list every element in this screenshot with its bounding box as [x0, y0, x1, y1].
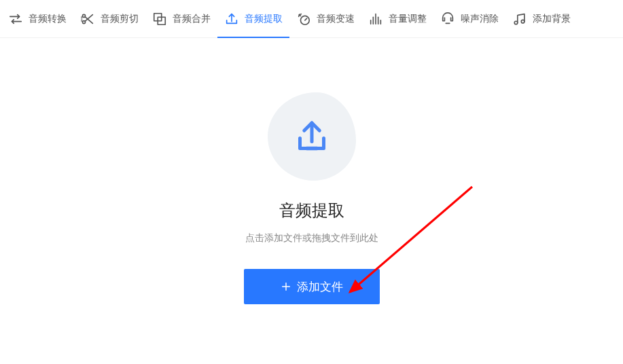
- upload-icon: [291, 116, 332, 157]
- speed-icon: [296, 12, 311, 26]
- tab-label: 音频变速: [317, 13, 355, 25]
- convert-icon: [8, 12, 23, 26]
- tab-label: 音频剪切: [101, 13, 139, 25]
- plus-icon: [281, 281, 291, 292]
- tab-label: 噪声消除: [461, 13, 499, 25]
- tab-noise-remove[interactable]: 噪声消除: [433, 0, 505, 38]
- upload-illustration: [268, 92, 356, 181]
- tab-audio-speed[interactable]: 音频变速: [289, 0, 361, 38]
- extract-icon: [224, 12, 239, 26]
- dropzone-desc: 点击添加文件或拖拽文件到此处: [245, 232, 378, 244]
- tab-volume-adjust[interactable]: 音量调整: [361, 0, 433, 38]
- noise-icon: [440, 12, 455, 26]
- dropzone-title: 音频提取: [279, 200, 344, 221]
- tab-label: 音量调整: [389, 13, 427, 25]
- add-file-label: 添加文件: [297, 279, 343, 295]
- merge-icon: [152, 12, 167, 26]
- tab-audio-convert[interactable]: 音频转换: [1, 0, 73, 38]
- main-dropzone[interactable]: 音频提取 点击添加文件或拖拽文件到此处 添加文件: [0, 38, 623, 304]
- tab-label: 音频提取: [245, 13, 283, 25]
- add-file-button[interactable]: 添加文件: [244, 269, 380, 304]
- tab-audio-extract[interactable]: 音频提取: [217, 0, 289, 38]
- tab-audio-merge[interactable]: 音频合并: [145, 0, 217, 38]
- tab-bar: 音频转换 音频剪切 音频合并 音频提取: [0, 0, 623, 38]
- tab-label: 添加背景: [533, 13, 571, 25]
- tab-audio-cut[interactable]: 音频剪切: [73, 0, 145, 38]
- tab-label: 音频合并: [173, 13, 211, 25]
- tab-label: 音频转换: [29, 13, 67, 25]
- equalizer-icon: [368, 12, 383, 26]
- music-icon: [512, 12, 527, 26]
- scissors-icon: [80, 12, 95, 26]
- tab-add-background[interactable]: 添加背景: [505, 0, 577, 38]
